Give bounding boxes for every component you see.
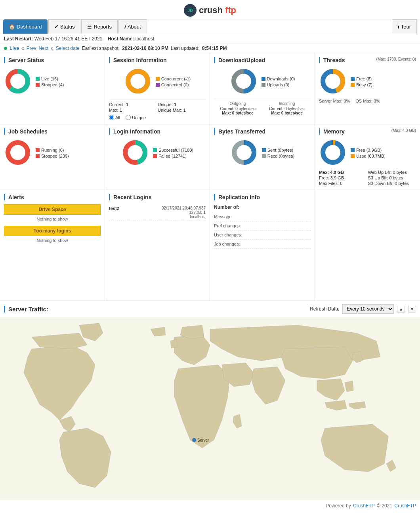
map-container: Server: [0, 317, 420, 499]
session-legend: Concurrent (-1) Connected (0): [156, 76, 191, 87]
uploads-dot: [262, 83, 265, 87]
live-link[interactable]: Live: [10, 46, 19, 51]
reports-icon: ☰: [87, 24, 92, 30]
last-restart-value: Wed Feb 17 16:26:41 EET 2021: [34, 36, 103, 42]
home-icon: 🏠: [9, 24, 15, 30]
free-threads-label: Free (8): [356, 76, 372, 81]
memory-donut: [319, 139, 347, 168]
powered-by: Powered by: [326, 503, 351, 509]
threads-donut-row: Free (8) Busy (7): [319, 67, 416, 96]
bytes-donut: [230, 139, 258, 168]
unique-radio-text: Unique: [132, 115, 146, 120]
traffic-header: Server Traffic: Refresh Data: Every 10 s…: [0, 301, 420, 317]
job-stopped-label: Stopped (239): [41, 154, 69, 158]
threads-header-row: Threads (Max: 1700, Events: 0): [319, 57, 416, 63]
unique-value: 1: [174, 102, 176, 107]
dashboard-nav-btn[interactable]: 🏠 Dashboard: [3, 19, 48, 34]
login-datetime-0: 02/17/2021 20:48:07.937: [162, 206, 206, 210]
status-label: Status: [60, 24, 75, 30]
user-changes-item: User changes:: [214, 231, 311, 240]
unique-stat: Unique: 1: [158, 102, 206, 107]
status-nav-btn[interactable]: ✔ Status: [48, 19, 81, 34]
free-memory-label: Free (3.9GB): [356, 148, 382, 152]
memory-legend: Free (3.9GB) Used (60.7MB): [351, 148, 386, 158]
prev-link[interactable]: Prev: [27, 46, 36, 51]
server-status-panel: Server Status Live (16) Stopped (4): [0, 53, 105, 124]
svg-point-14: [323, 143, 343, 162]
refresh-label: Refresh Data:: [310, 306, 339, 312]
dashboard-label: Dashboard: [17, 24, 42, 30]
live-legend-item: Live (16): [36, 76, 64, 81]
header: JD crushftp: [0, 0, 420, 19]
tour-nav-btn[interactable]: i Tour: [392, 19, 417, 34]
connected-dot: [156, 83, 160, 87]
server-max-label: Server Max: 0%: [319, 99, 350, 103]
all-radio-label[interactable]: All: [109, 115, 120, 120]
session-donut-row: Concurrent (-1) Connected (0): [109, 67, 206, 96]
incoming-col: Incoming Current: 0 bytes/sec Max: 0 byt…: [263, 101, 311, 115]
threads-donut: [319, 67, 347, 96]
running-legend-item: Running (0): [36, 148, 69, 152]
select-date-link[interactable]: Select date: [56, 46, 80, 51]
next-link[interactable]: Next: [38, 46, 48, 51]
memory-s3-up: S3 Up Bfr: 0 bytes: [368, 175, 416, 180]
server-status-legend: Live (16) Stopped (4): [36, 76, 64, 87]
row1-grid: Server Status Live (16) Stopped (4): [0, 53, 420, 124]
job-stopped-dot: [36, 154, 40, 158]
stepper-up-icon[interactable]: ▲: [397, 306, 405, 312]
unique-radio[interactable]: [126, 115, 131, 120]
bytes-legend: Sent (0bytes) Recd (0bytes): [262, 148, 294, 158]
memory-max-info: (Max: 4.0 GB): [391, 128, 416, 133]
outgoing-label: Outgoing: [214, 101, 262, 106]
all-radio[interactable]: [109, 115, 114, 120]
message-item: Message: [214, 212, 311, 221]
unique-radio-label[interactable]: Unique: [126, 115, 146, 120]
refresh-select[interactable]: Every 10 seconds Every 30 seconds Every …: [342, 304, 394, 314]
busy-threads-item: Busy (7): [351, 82, 372, 87]
crushftp-link1[interactable]: CrushFTP: [353, 503, 375, 509]
failed-legend-item: Failed (12741): [153, 154, 193, 158]
empty-panel: [315, 190, 420, 301]
tour-info-icon: i: [398, 24, 399, 30]
stepper-down-icon[interactable]: ▼: [408, 306, 416, 312]
server-location-dot: [192, 438, 196, 442]
logo-ftp: ftp: [225, 5, 236, 15]
login-info-panel: Login Information Successful (7100) Fail…: [105, 124, 210, 190]
tour-label: Tour: [401, 24, 411, 30]
memory-max-val: Max: 4.0 GB: [319, 170, 367, 175]
earliest-label: Earliest snapshot:: [82, 46, 120, 51]
session-info-panel: Session Information Concurrent (-1) Conn…: [105, 53, 210, 124]
svg-point-8: [8, 143, 28, 162]
info-bar: Last Restart: Wed Feb 17 16:26:41 EET 20…: [0, 34, 420, 44]
reports-nav-btn[interactable]: ☰ Reports: [81, 19, 118, 34]
pref-changes-item: Pref changes:: [214, 221, 311, 231]
threads-max-labels: Server Max: 0% OS Max: 0%: [319, 99, 416, 103]
concurrent-label: Concurrent (-1): [161, 76, 191, 81]
last-updated-label: Last updated:: [171, 46, 200, 51]
login-legend: Successful (7100) Failed (12741): [153, 148, 193, 158]
running-dot: [36, 148, 40, 152]
download-upload-panel: Download/Upload Downloads (0) Uploads (0…: [210, 53, 315, 124]
about-nav-btn[interactable]: i About: [118, 19, 147, 34]
download-upload-title: Download/Upload: [214, 57, 311, 63]
login-ip-0: 127.0.0.1: [162, 210, 206, 215]
live-legend-label: Live (16): [41, 76, 58, 81]
server-status-title: Server Status: [4, 57, 101, 63]
connected-label: Connected (0): [161, 82, 189, 87]
failed-label: Failed (12741): [158, 154, 187, 158]
sent-dot: [262, 148, 266, 152]
recent-logins-title: Recent Logins: [109, 194, 206, 200]
login-details-0: 02/17/2021 20:48:07.937 127.0.0.1 localh…: [162, 206, 206, 219]
login-user-0: test2: [109, 206, 119, 211]
recd-legend-item: Recd (0bytes): [262, 154, 294, 158]
login-host-0: localhost: [162, 215, 206, 219]
last-updated-value: 8:54:15 PM: [202, 46, 227, 51]
job-schedules-title: Job Schedules: [4, 128, 101, 135]
row3-grid: Alerts Drive Space Nothing to show Too m…: [0, 190, 420, 301]
running-label: Running (0): [41, 148, 64, 152]
current-in: Current: 0 bytes/sec: [263, 107, 311, 111]
crushftp-link2[interactable]: CrushFTP: [394, 503, 416, 509]
alerts-panel: Alerts Drive Space Nothing to show Too m…: [0, 190, 105, 301]
sent-label: Sent (0bytes): [267, 148, 293, 152]
downloads-dot: [262, 77, 265, 81]
